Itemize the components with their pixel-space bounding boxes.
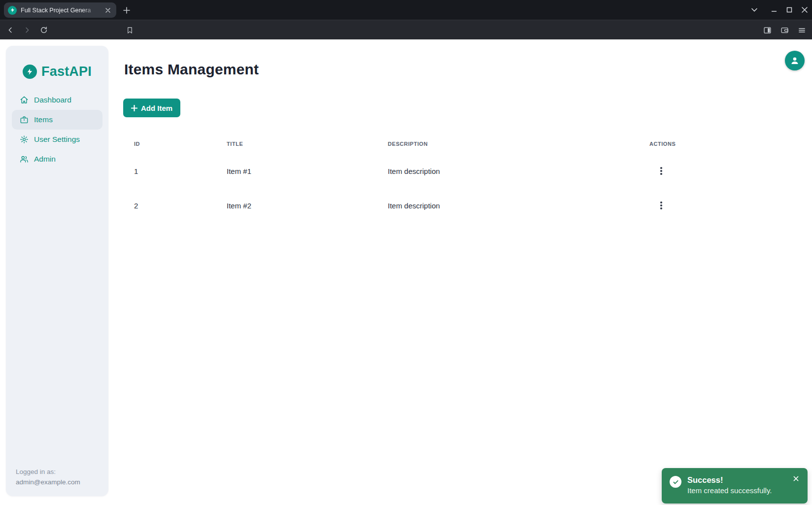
sidebar-item-label: Admin: [34, 155, 56, 164]
add-item-button[interactable]: Add Item: [123, 99, 180, 117]
toast-title: Success!: [687, 474, 785, 485]
row2-actions-cell: [649, 188, 689, 223]
window-controls: [766, 0, 812, 20]
column-header-id: ID: [134, 134, 227, 154]
browser-tab-bar: Full Stack Project Genera: [0, 0, 812, 20]
wallet-icon[interactable]: [777, 23, 792, 37]
close-window-button[interactable]: [797, 0, 812, 20]
forward-icon[interactable]: [20, 23, 34, 37]
sidebar-panel-icon[interactable]: [760, 23, 775, 37]
row2-description-cell: Item description: [388, 188, 649, 223]
logged-in-email: admin@example.com: [16, 477, 80, 487]
briefcase-icon: [20, 115, 29, 124]
column-header-actions: ACTIONS: [649, 134, 689, 154]
row1-description-cell: Item description: [388, 154, 649, 188]
tab-close-icon[interactable]: [103, 6, 112, 15]
toast-message: Item created successfully.: [687, 485, 785, 496]
sidebar-item-admin[interactable]: Admin: [12, 149, 102, 169]
items-table: ID TITLE DESCRIPTION ACTIONS 1 Item #1 I…: [134, 134, 689, 223]
reload-icon[interactable]: [36, 23, 51, 37]
logged-in-label: Logged in as:: [16, 467, 80, 477]
page-title: Items Management: [124, 61, 259, 78]
row2-kebab-menu-icon[interactable]: [654, 199, 668, 212]
logged-in-info: Logged in as: admin@example.com: [16, 467, 80, 487]
row1-kebab-menu-icon[interactable]: [654, 164, 668, 178]
sidebar-item-label: Dashboard: [34, 96, 71, 104]
bookmark-icon[interactable]: [122, 23, 137, 37]
row2-title-cell: Item #2: [227, 188, 388, 223]
back-icon[interactable]: [3, 23, 18, 37]
sidebar-item-label: Items: [34, 115, 53, 124]
row1-actions-cell: [649, 154, 689, 188]
row1-title-cell: Item #1: [227, 154, 388, 188]
row1-id-cell: 1: [134, 154, 227, 188]
app-content: FastAPI Dashboard Items User Settings: [0, 39, 812, 505]
check-circle-icon: [670, 476, 681, 488]
browser-toolbar: localhost/items 1: [0, 20, 812, 39]
toast-close-icon[interactable]: [791, 473, 801, 483]
success-toast: Success! Item created successfully.: [662, 468, 808, 504]
new-tab-button[interactable]: [120, 4, 133, 17]
sidebar-item-user-settings[interactable]: User Settings: [12, 130, 102, 149]
maximize-button[interactable]: [781, 0, 797, 20]
user-avatar-icon: [789, 55, 800, 66]
browser-tab[interactable]: Full Stack Project Genera: [4, 2, 116, 18]
fastapi-lightning-icon: [23, 65, 37, 79]
plus-icon: [131, 105, 137, 111]
sidebar-item-items[interactable]: Items: [12, 110, 102, 130]
add-item-label: Add Item: [141, 104, 172, 112]
tab-search-chevron-icon[interactable]: [746, 0, 763, 20]
sidebar-item-dashboard[interactable]: Dashboard: [12, 90, 102, 110]
user-avatar-button[interactable]: [785, 51, 805, 70]
fastapi-logo[interactable]: FastAPI: [6, 46, 108, 79]
users-icon: [20, 155, 29, 164]
column-header-description: DESCRIPTION: [388, 134, 649, 154]
brand-name: FastAPI: [41, 64, 92, 79]
row2-id-cell: 2: [134, 188, 227, 223]
home-icon: [20, 96, 29, 104]
minimize-button[interactable]: [766, 0, 781, 20]
menu-hamburger-icon[interactable]: [794, 23, 809, 37]
column-header-title: TITLE: [227, 134, 388, 154]
sidebar: FastAPI Dashboard Items User Settings: [6, 46, 108, 496]
sidebar-item-label: User Settings: [34, 135, 80, 144]
tab-title: Full Stack Project Genera: [21, 7, 100, 14]
sidebar-nav: Dashboard Items User Settings Admin: [6, 90, 108, 169]
toolbar-right-icons: [760, 23, 809, 37]
fastapi-favicon-icon: [8, 6, 17, 15]
gear-icon: [20, 135, 29, 144]
